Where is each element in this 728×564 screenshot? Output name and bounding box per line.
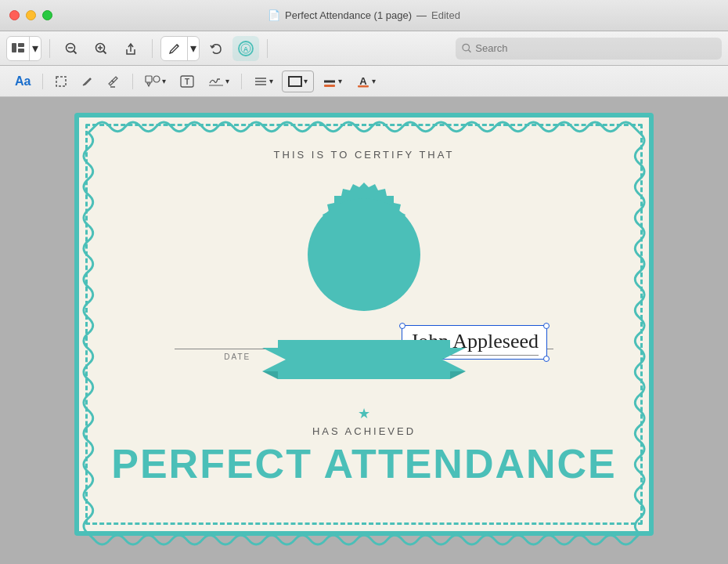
cert-top-text: THIS IS TO CERTIFY THAT	[274, 149, 455, 161]
text-box-icon: T	[180, 75, 194, 88]
text-color-button[interactable]: A ▾	[351, 70, 381, 92]
insert-icon	[145, 75, 160, 88]
signature-icon	[208, 75, 224, 88]
highlighter-button[interactable]	[103, 70, 126, 92]
zoom-out-button[interactable]	[58, 36, 85, 61]
search-box[interactable]	[456, 38, 722, 60]
text-box-button[interactable]: T	[175, 70, 200, 92]
zoom-out-icon	[65, 42, 77, 55]
svg-rect-1	[18, 43, 24, 47]
undo-button[interactable]	[203, 36, 229, 61]
stroke-color-icon	[323, 75, 337, 88]
search-input[interactable]	[475, 42, 715, 54]
zoom-in-button[interactable]	[88, 36, 114, 61]
view-icon	[12, 42, 24, 56]
svg-text:A: A	[243, 45, 249, 53]
svg-rect-30	[289, 77, 301, 86]
handle-tr	[543, 323, 550, 329]
svg-marker-37	[262, 371, 278, 379]
minimize-button[interactable]	[26, 10, 36, 20]
stroke-color-button[interactable]: ▾	[317, 70, 348, 92]
list-icon	[254, 76, 268, 87]
svg-line-17	[469, 50, 471, 52]
svg-line-5	[74, 51, 77, 54]
undo-icon	[209, 42, 223, 55]
view-toggle-group: ▾	[6, 36, 41, 61]
canvas-area: THIS IS TO CERTIFY THAT DATE	[0, 97, 728, 564]
insert-chevron: ▾	[162, 77, 166, 85]
text-color-chevron: ▾	[372, 77, 376, 85]
maximize-button[interactable]	[42, 10, 52, 20]
seal-container	[286, 176, 442, 333]
svg-point-16	[463, 44, 470, 51]
close-button[interactable]	[9, 10, 20, 20]
divider-f1	[42, 74, 43, 89]
date-label: DATE	[224, 352, 250, 361]
text-color-icon: A	[356, 75, 370, 88]
svg-marker-38	[450, 371, 466, 379]
select-rect-icon	[55, 75, 67, 88]
pen-chevron-icon: ▾	[190, 41, 196, 56]
border-style-button[interactable]: ▾	[282, 70, 314, 92]
font-icon: Aa	[15, 74, 31, 89]
perfect-attendance-title: PERFECT ATTENDANCE	[111, 443, 617, 484]
separator: —	[416, 9, 427, 21]
share-icon	[124, 42, 137, 56]
document-title: Perfect Attendance (1 page)	[285, 9, 412, 21]
pen-tool-chevron[interactable]: ▾	[188, 36, 199, 61]
sig-chevron: ▾	[225, 77, 229, 85]
title-bar: 📄 Perfect Attendance (1 page) — Edited	[0, 0, 728, 31]
chevron-down-icon: ▾	[32, 41, 38, 56]
divider-f3	[241, 74, 242, 89]
view-toggle-button[interactable]	[7, 36, 30, 61]
highlighter-icon	[108, 75, 121, 88]
handle-br	[543, 356, 550, 362]
format-bar: Aa ▾ T	[0, 66, 728, 97]
window-controls	[9, 10, 52, 20]
divider-1	[49, 39, 50, 58]
search-icon	[462, 43, 471, 53]
border-style-icon	[288, 76, 302, 87]
svg-rect-0	[12, 43, 16, 52]
divider-2	[152, 39, 153, 58]
divider-3	[267, 39, 268, 58]
select-rect-button[interactable]	[49, 70, 73, 92]
divider-f2	[132, 74, 133, 89]
pen-tool-button[interactable]	[161, 36, 188, 61]
annotate-button[interactable]: A	[232, 36, 259, 61]
svg-text:A: A	[360, 75, 368, 87]
font-button[interactable]: Aa	[9, 70, 36, 92]
star-symbol: ★	[358, 405, 370, 422]
pen-icon	[168, 42, 181, 55]
seal-ring	[286, 176, 442, 333]
banner-container	[262, 336, 466, 391]
pen-tool-group: ▾	[160, 36, 200, 61]
pen-fmt-button[interactable]	[76, 70, 99, 92]
edited-badge: Edited	[431, 9, 460, 21]
svg-text:T: T	[185, 78, 189, 86]
svg-marker-23	[147, 83, 150, 86]
pen-fmt-icon	[81, 75, 94, 88]
insert-object-button[interactable]: ▾	[139, 70, 171, 92]
list-chevron: ▾	[269, 77, 273, 85]
annotate-icon: A	[237, 40, 254, 57]
has-achieved-text: HAS ACHIEVED	[312, 425, 416, 437]
doc-icon: 📄	[268, 9, 280, 21]
svg-rect-32	[324, 85, 335, 87]
svg-rect-18	[56, 77, 66, 86]
banner-svg	[262, 336, 466, 391]
svg-rect-34	[358, 85, 369, 88]
svg-point-22	[153, 76, 160, 82]
view-chevron-button[interactable]: ▾	[30, 36, 41, 61]
title-text: 📄 Perfect Attendance (1 page) — Edited	[268, 9, 460, 21]
stroke-chevron: ▾	[338, 77, 342, 85]
svg-rect-21	[146, 76, 152, 82]
svg-line-9	[103, 51, 106, 54]
border-chevron: ▾	[304, 77, 308, 85]
signature-button[interactable]: ▾	[203, 70, 235, 92]
list-button[interactable]: ▾	[248, 70, 279, 92]
share-button[interactable]	[117, 36, 144, 61]
svg-rect-2	[18, 49, 24, 52]
svg-line-19	[90, 78, 91, 79]
certificate[interactable]: THIS IS TO CERTIFY THAT DATE	[74, 113, 654, 536]
